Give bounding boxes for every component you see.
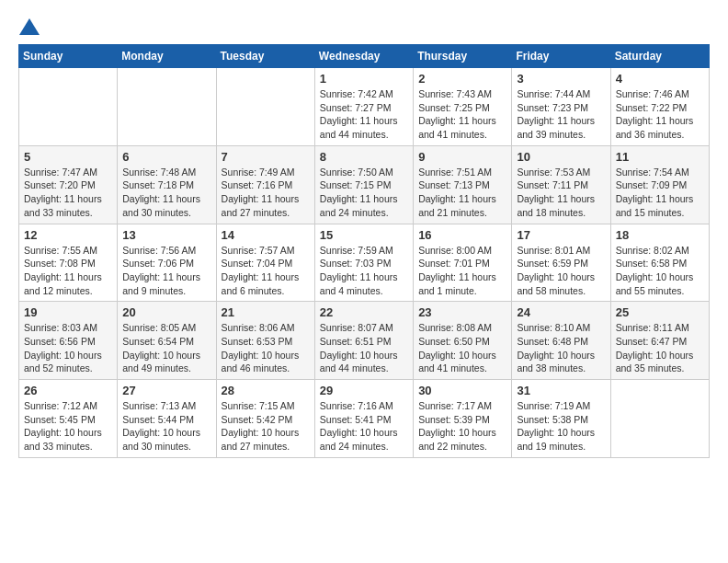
calendar-day-9: 9Sunrise: 7:51 AMSunset: 7:13 PMDaylight… xyxy=(414,145,512,224)
day-info: Sunrise: 7:15 AMSunset: 5:42 PMDaylight:… xyxy=(222,399,310,454)
calendar-week-2: 5Sunrise: 7:47 AMSunset: 7:20 PMDaylight… xyxy=(19,145,710,224)
day-info: Sunrise: 7:19 AMSunset: 5:38 PMDaylight:… xyxy=(517,399,605,454)
day-info: Sunrise: 7:46 AMSunset: 7:22 PMDaylight:… xyxy=(616,87,704,142)
day-number: 31 xyxy=(517,384,605,397)
svg-marker-0 xyxy=(19,18,40,35)
calendar-day-4: 4Sunrise: 7:46 AMSunset: 7:22 PMDaylight… xyxy=(610,68,709,146)
calendar-day-3: 3Sunrise: 7:44 AMSunset: 7:23 PMDaylight… xyxy=(512,68,610,146)
day-number: 13 xyxy=(122,228,210,242)
calendar-day-10: 10Sunrise: 7:53 AMSunset: 7:11 PMDayligh… xyxy=(512,145,610,224)
day-info: Sunrise: 7:47 AMSunset: 7:20 PMDaylight:… xyxy=(24,166,112,220)
calendar-day-7: 7Sunrise: 7:49 AMSunset: 7:16 PMDaylight… xyxy=(216,145,314,224)
calendar-day-23: 23Sunrise: 8:08 AMSunset: 6:50 PMDayligh… xyxy=(414,302,512,380)
day-number: 21 xyxy=(222,305,310,319)
calendar-day-24: 24Sunrise: 8:10 AMSunset: 6:48 PMDayligh… xyxy=(512,302,610,380)
day-number: 9 xyxy=(418,150,506,164)
logo xyxy=(18,18,40,35)
day-number: 6 xyxy=(122,150,210,164)
calendar-body: 1Sunrise: 7:42 AMSunset: 7:27 PMDaylight… xyxy=(19,68,710,458)
day-number: 16 xyxy=(418,228,506,242)
days-of-week-header: SundayMondayTuesdayWednesdayThursdayFrid… xyxy=(19,45,710,68)
calendar-day-31: 31Sunrise: 7:19 AMSunset: 5:38 PMDayligh… xyxy=(512,380,610,458)
day-info: Sunrise: 8:05 AMSunset: 6:54 PMDaylight:… xyxy=(122,321,210,375)
day-number: 26 xyxy=(24,384,112,397)
day-number: 25 xyxy=(616,305,704,319)
day-info: Sunrise: 7:43 AMSunset: 7:25 PMDaylight:… xyxy=(418,87,506,142)
day-number: 5 xyxy=(24,150,112,164)
calendar-day-14: 14Sunrise: 7:57 AMSunset: 7:04 PMDayligh… xyxy=(216,224,314,302)
day-info: Sunrise: 8:08 AMSunset: 6:50 PMDaylight:… xyxy=(418,321,506,375)
day-info: Sunrise: 8:00 AMSunset: 7:01 PMDaylight:… xyxy=(418,244,506,298)
day-number: 7 xyxy=(222,150,310,164)
day-number: 15 xyxy=(320,228,408,242)
calendar-day-18: 18Sunrise: 8:02 AMSunset: 6:58 PMDayligh… xyxy=(610,224,709,302)
calendar-day-5: 5Sunrise: 7:47 AMSunset: 7:20 PMDaylight… xyxy=(19,145,118,224)
day-info: Sunrise: 8:07 AMSunset: 6:51 PMDaylight:… xyxy=(320,321,408,375)
day-number: 3 xyxy=(517,72,605,86)
day-info: Sunrise: 7:42 AMSunset: 7:27 PMDaylight:… xyxy=(320,87,408,142)
calendar-week-4: 19Sunrise: 8:03 AMSunset: 6:56 PMDayligh… xyxy=(19,302,710,380)
calendar-week-3: 12Sunrise: 7:55 AMSunset: 7:08 PMDayligh… xyxy=(19,224,710,302)
day-info: Sunrise: 8:02 AMSunset: 6:58 PMDaylight:… xyxy=(616,244,704,298)
day-of-week-friday: Friday xyxy=(512,45,610,68)
day-info: Sunrise: 8:11 AMSunset: 6:47 PMDaylight:… xyxy=(616,321,704,375)
calendar-day-30: 30Sunrise: 7:17 AMSunset: 5:39 PMDayligh… xyxy=(414,380,512,458)
calendar-day-29: 29Sunrise: 7:16 AMSunset: 5:41 PMDayligh… xyxy=(314,380,413,458)
page-header xyxy=(18,18,710,35)
day-info: Sunrise: 7:57 AMSunset: 7:04 PMDaylight:… xyxy=(222,244,310,298)
calendar-day-1: 1Sunrise: 7:42 AMSunset: 7:27 PMDaylight… xyxy=(314,68,413,146)
calendar-week-1: 1Sunrise: 7:42 AMSunset: 7:27 PMDaylight… xyxy=(19,68,710,146)
day-number: 1 xyxy=(320,72,408,86)
calendar-day-6: 6Sunrise: 7:48 AMSunset: 7:18 PMDaylight… xyxy=(118,145,216,224)
day-number: 24 xyxy=(517,305,605,319)
day-number: 18 xyxy=(616,228,704,242)
day-number: 30 xyxy=(418,384,506,397)
day-info: Sunrise: 8:03 AMSunset: 6:56 PMDaylight:… xyxy=(24,321,112,375)
calendar-day-12: 12Sunrise: 7:55 AMSunset: 7:08 PMDayligh… xyxy=(19,224,118,302)
day-of-week-tuesday: Tuesday xyxy=(216,45,314,68)
day-info: Sunrise: 8:01 AMSunset: 6:59 PMDaylight:… xyxy=(517,244,605,298)
empty-cell xyxy=(118,68,216,146)
day-info: Sunrise: 7:55 AMSunset: 7:08 PMDaylight:… xyxy=(24,244,112,298)
day-number: 11 xyxy=(616,150,704,164)
day-of-week-sunday: Sunday xyxy=(19,45,118,68)
day-number: 29 xyxy=(320,384,408,397)
day-info: Sunrise: 7:56 AMSunset: 7:06 PMDaylight:… xyxy=(122,244,210,298)
day-number: 10 xyxy=(517,150,605,164)
day-number: 17 xyxy=(517,228,605,242)
day-number: 28 xyxy=(222,384,310,397)
calendar-day-11: 11Sunrise: 7:54 AMSunset: 7:09 PMDayligh… xyxy=(610,145,709,224)
calendar-day-2: 2Sunrise: 7:43 AMSunset: 7:25 PMDaylight… xyxy=(414,68,512,146)
day-info: Sunrise: 7:50 AMSunset: 7:15 PMDaylight:… xyxy=(320,166,408,220)
calendar-day-17: 17Sunrise: 8:01 AMSunset: 6:59 PMDayligh… xyxy=(512,224,610,302)
calendar-day-20: 20Sunrise: 8:05 AMSunset: 6:54 PMDayligh… xyxy=(118,302,216,380)
day-info: Sunrise: 7:16 AMSunset: 5:41 PMDaylight:… xyxy=(320,399,408,454)
day-number: 23 xyxy=(418,305,506,319)
day-info: Sunrise: 7:53 AMSunset: 7:11 PMDaylight:… xyxy=(517,166,605,220)
day-info: Sunrise: 8:10 AMSunset: 6:48 PMDaylight:… xyxy=(517,321,605,375)
day-number: 8 xyxy=(320,150,408,164)
empty-cell xyxy=(610,380,709,458)
empty-cell xyxy=(216,68,314,146)
day-info: Sunrise: 7:12 AMSunset: 5:45 PMDaylight:… xyxy=(24,399,112,454)
calendar-day-27: 27Sunrise: 7:13 AMSunset: 5:44 PMDayligh… xyxy=(118,380,216,458)
day-info: Sunrise: 8:06 AMSunset: 6:53 PMDaylight:… xyxy=(222,321,310,375)
day-number: 20 xyxy=(122,305,210,319)
day-number: 12 xyxy=(24,228,112,242)
calendar-day-26: 26Sunrise: 7:12 AMSunset: 5:45 PMDayligh… xyxy=(19,380,118,458)
day-info: Sunrise: 7:44 AMSunset: 7:23 PMDaylight:… xyxy=(517,87,605,142)
day-number: 19 xyxy=(24,305,112,319)
calendar-day-25: 25Sunrise: 8:11 AMSunset: 6:47 PMDayligh… xyxy=(610,302,709,380)
calendar-day-22: 22Sunrise: 8:07 AMSunset: 6:51 PMDayligh… xyxy=(314,302,413,380)
calendar-day-19: 19Sunrise: 8:03 AMSunset: 6:56 PMDayligh… xyxy=(19,302,118,380)
day-of-week-wednesday: Wednesday xyxy=(314,45,413,68)
day-number: 27 xyxy=(122,384,210,397)
day-number: 14 xyxy=(222,228,310,242)
day-info: Sunrise: 7:51 AMSunset: 7:13 PMDaylight:… xyxy=(418,166,506,220)
calendar-day-15: 15Sunrise: 7:59 AMSunset: 7:03 PMDayligh… xyxy=(314,224,413,302)
day-of-week-saturday: Saturday xyxy=(610,45,709,68)
day-number: 2 xyxy=(418,72,506,86)
day-of-week-monday: Monday xyxy=(118,45,216,68)
day-info: Sunrise: 7:48 AMSunset: 7:18 PMDaylight:… xyxy=(122,166,210,220)
calendar-day-8: 8Sunrise: 7:50 AMSunset: 7:15 PMDaylight… xyxy=(314,145,413,224)
